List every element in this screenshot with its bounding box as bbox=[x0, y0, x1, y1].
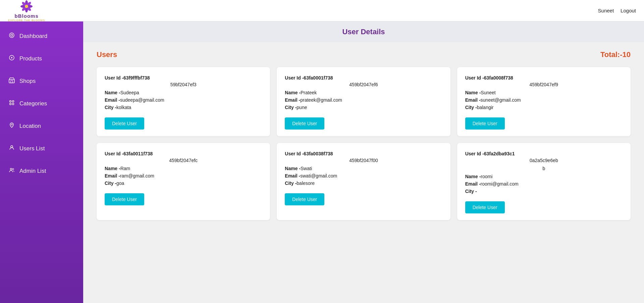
dashboard-icon bbox=[8, 32, 15, 40]
user-id-cont: 459bf2047f00 bbox=[285, 158, 442, 163]
user-city-field: City -balangir bbox=[465, 105, 623, 110]
user-card: User Id -63fa0038f738 459bf2047f00 Name … bbox=[277, 143, 450, 220]
user-card: User Id -63fa2dba93c1 0a2a5c9e6eb b Name… bbox=[457, 143, 631, 220]
users-grid: User Id -63f9fffbf738 59bf2047ef3 Name -… bbox=[97, 67, 631, 220]
user-city-field: City - bbox=[465, 189, 623, 194]
svg-point-12 bbox=[11, 57, 12, 58]
svg-point-16 bbox=[12, 101, 14, 102]
user-name-field: Name -Ram bbox=[105, 166, 262, 171]
sidebar-item-location-label: Location bbox=[19, 123, 41, 130]
page-header: User Details bbox=[83, 21, 644, 42]
user-city-field: City -goa bbox=[105, 181, 262, 186]
sidebar-item-admin-list[interactable]: Admin List bbox=[0, 160, 83, 182]
svg-point-8 bbox=[25, 5, 28, 8]
page-header-title: User Details bbox=[342, 28, 385, 36]
sidebar-item-dashboard-label: Dashboard bbox=[19, 33, 47, 40]
sidebar: Dashboard Products Shops Categories Loca… bbox=[0, 21, 83, 303]
svg-point-17 bbox=[10, 103, 11, 105]
user-email-field: Email -sudeepa@gmail.com bbox=[105, 97, 262, 103]
user-id-cont: 59bf2047ef3 bbox=[105, 82, 262, 87]
delete-user-button[interactable]: Delete User bbox=[285, 117, 324, 130]
products-icon bbox=[8, 55, 15, 62]
sidebar-item-location[interactable]: Location bbox=[0, 115, 83, 137]
delete-user-button[interactable]: Delete User bbox=[465, 117, 505, 130]
delete-user-button[interactable]: Delete User bbox=[105, 193, 144, 205]
sidebar-item-products[interactable]: Products bbox=[0, 47, 83, 70]
user-card: User Id -63fa0011f738 459bf2047efc Name … bbox=[97, 143, 270, 220]
sidebar-item-products-label: Products bbox=[19, 55, 42, 62]
section-title: Users bbox=[97, 50, 117, 59]
user-email-field: Email -prateek@gmail.com bbox=[285, 97, 442, 103]
user-id-line: User Id -63fa0001f738 bbox=[285, 75, 442, 81]
user-email-field: Email -swati@gmail.com bbox=[285, 173, 442, 179]
shops-icon bbox=[8, 77, 15, 85]
logo: bBlooms EXPLORE THE BLOOMS bbox=[8, 0, 45, 22]
user-city-field: City -pune bbox=[285, 105, 442, 110]
categories-icon bbox=[8, 100, 15, 107]
user-city-field: City -kolkata bbox=[105, 105, 262, 110]
user-id-cont: 459bf2047ef9 bbox=[465, 82, 623, 87]
sidebar-item-users-list-label: Users List bbox=[19, 145, 45, 152]
users-list-icon bbox=[8, 145, 15, 152]
sidebar-item-admin-list-label: Admin List bbox=[19, 168, 46, 174]
header: bBlooms EXPLORE THE BLOOMS Suneet Logout bbox=[0, 0, 644, 21]
logout-button[interactable]: Logout bbox=[621, 8, 636, 13]
sidebar-item-shops-label: Shops bbox=[19, 78, 36, 85]
user-id-line: User Id -63fa2dba93c1 bbox=[465, 151, 623, 156]
sidebar-item-users-list[interactable]: Users List bbox=[0, 137, 83, 160]
user-card: User Id -63fa0001f738 459bf2047ef6 Name … bbox=[277, 67, 450, 136]
total-label: Total:-10 bbox=[600, 50, 631, 59]
admin-list-icon bbox=[8, 167, 15, 175]
svg-rect-13 bbox=[9, 80, 14, 83]
logo-flower-icon bbox=[20, 0, 33, 13]
sidebar-item-dashboard[interactable]: Dashboard bbox=[0, 25, 83, 47]
svg-point-19 bbox=[11, 124, 12, 125]
delete-user-button[interactable]: Delete User bbox=[105, 117, 144, 130]
svg-point-15 bbox=[10, 101, 11, 102]
sidebar-item-categories[interactable]: Categories bbox=[0, 92, 83, 115]
logo-text: bBlooms bbox=[15, 13, 39, 19]
user-city-field: City -balesore bbox=[285, 181, 442, 186]
delete-user-button[interactable]: Delete User bbox=[285, 193, 324, 205]
user-id-cont: 459bf2047ef6 bbox=[285, 82, 442, 87]
location-icon bbox=[8, 122, 15, 130]
user-card: User Id -63fa0008f738 459bf2047ef9 Name … bbox=[457, 67, 631, 136]
svg-point-9 bbox=[9, 33, 14, 38]
user-email-field: Email -roomi@gmail.com bbox=[465, 181, 623, 187]
user-email-field: Email -suneet@gmail.com bbox=[465, 97, 623, 103]
svg-point-22 bbox=[12, 168, 14, 170]
layout: Dashboard Products Shops Categories Loca… bbox=[0, 21, 644, 303]
header-username: Suneet bbox=[598, 8, 614, 13]
user-id-cont: 0a2a5c9e6eb bbox=[465, 158, 623, 163]
svg-rect-14 bbox=[11, 81, 13, 83]
user-id-line: User Id -63fa0038f738 bbox=[285, 151, 442, 156]
user-name-field: Name -roomi bbox=[465, 174, 623, 179]
user-card: User Id -63f9fffbf738 59bf2047ef3 Name -… bbox=[97, 67, 270, 136]
sidebar-item-categories-label: Categories bbox=[19, 100, 47, 107]
user-id-line: User Id -63f9fffbf738 bbox=[105, 75, 262, 81]
user-id-cont: 459bf2047efc bbox=[105, 158, 262, 163]
user-id-line: User Id -63fa0008f738 bbox=[465, 75, 623, 81]
delete-user-button[interactable]: Delete User bbox=[465, 201, 505, 213]
svg-point-20 bbox=[11, 146, 13, 148]
main-content: User Details Users Total:-10 User Id -63… bbox=[83, 21, 644, 303]
svg-point-10 bbox=[11, 34, 13, 36]
content-area: Users Total:-10 User Id -63f9fffbf738 59… bbox=[83, 42, 644, 228]
user-name-field: Name -Prateek bbox=[285, 90, 442, 95]
user-email-field: Email -ram@gmail.com bbox=[105, 173, 262, 179]
user-name-field: Name -Swati bbox=[285, 166, 442, 171]
user-id-line: User Id -63fa0011f738 bbox=[105, 151, 262, 156]
header-right: Suneet Logout bbox=[598, 8, 636, 13]
user-name-field: Name -Sudeepa bbox=[105, 90, 262, 95]
svg-point-21 bbox=[10, 168, 12, 170]
sidebar-item-shops[interactable]: Shops bbox=[0, 70, 83, 92]
svg-point-18 bbox=[12, 103, 14, 105]
section-title-row: Users Total:-10 bbox=[97, 50, 631, 59]
user-id-cont2: b bbox=[465, 166, 623, 171]
user-name-field: Name -Suneet bbox=[465, 90, 623, 95]
